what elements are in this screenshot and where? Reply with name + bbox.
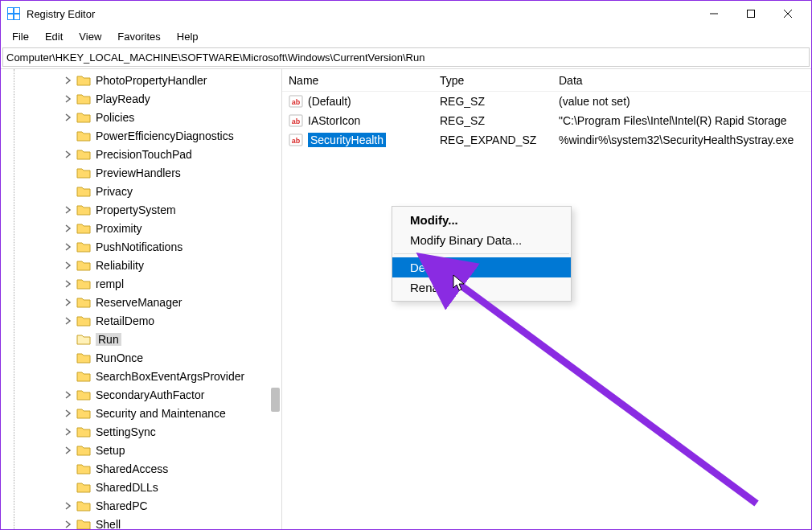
value-name: IAStorIcon xyxy=(308,114,360,127)
folder-icon xyxy=(76,74,91,87)
tree-item-label: Security and Maintenance xyxy=(96,407,226,420)
folder-icon xyxy=(76,518,91,530)
folder-icon xyxy=(76,462,91,475)
tree-item[interactable]: Proximity xyxy=(1,219,281,237)
tree-item[interactable]: RunOnce xyxy=(1,348,281,367)
chevron-right-icon[interactable] xyxy=(64,242,73,252)
titlebar: Registry Editor xyxy=(1,1,811,27)
tree-item[interactable]: PhotoPropertyHandler xyxy=(1,71,281,89)
folder-icon xyxy=(76,333,91,346)
tree-item[interactable]: SettingSync xyxy=(1,422,281,441)
column-data[interactable]: Data xyxy=(552,74,811,87)
menu-edit[interactable]: Edit xyxy=(37,29,71,44)
value-type: REG_SZ xyxy=(433,114,552,127)
menu-favorites[interactable]: Favorites xyxy=(109,29,168,44)
chevron-right-icon[interactable] xyxy=(64,520,73,529)
folder-icon xyxy=(76,481,91,494)
tree-item-label: PhotoPropertyHandler xyxy=(96,74,207,87)
chevron-right-icon[interactable] xyxy=(64,150,73,159)
folder-icon xyxy=(76,240,91,253)
chevron-right-icon[interactable] xyxy=(64,224,73,233)
tree-item[interactable]: rempl xyxy=(1,274,281,293)
tree-item[interactable]: Run xyxy=(1,330,281,348)
tree-item[interactable]: PrecisionTouchPad xyxy=(1,145,281,163)
tree-item-label: Shell xyxy=(96,518,121,530)
tree-item[interactable]: Privacy xyxy=(1,182,281,200)
menu-view[interactable]: View xyxy=(71,29,109,44)
app-icon xyxy=(7,7,20,20)
folder-icon xyxy=(76,370,91,383)
tree-scrollbar-thumb[interactable] xyxy=(271,388,280,412)
tree-item[interactable]: PlayReady xyxy=(1,89,281,108)
chevron-right-icon[interactable] xyxy=(64,205,73,215)
tree-item[interactable]: PreviewHandlers xyxy=(1,163,281,182)
folder-icon xyxy=(76,148,91,161)
ctx-modify-binary[interactable]: Modify Binary Data... xyxy=(392,230,571,250)
string-value-icon: ab xyxy=(289,113,303,128)
tree-item[interactable]: PropertySystem xyxy=(1,200,281,219)
address-bar[interactable]: Computer\HKEY_LOCAL_MACHINE\SOFTWARE\Mic… xyxy=(2,47,810,67)
folder-icon xyxy=(76,111,91,124)
column-name[interactable]: Name xyxy=(282,74,433,87)
value-data: "C:\Program Files\Intel\Intel(R) Rapid S… xyxy=(552,114,811,127)
tree-item[interactable]: Shell xyxy=(1,515,281,529)
tree-item[interactable]: SearchBoxEventArgsProvider xyxy=(1,367,281,385)
folder-icon xyxy=(76,296,91,309)
chevron-right-icon[interactable] xyxy=(64,261,73,270)
close-button[interactable] xyxy=(769,2,806,26)
tree-item[interactable]: RetailDemo xyxy=(1,311,281,330)
chevron-right-icon[interactable] xyxy=(64,316,73,326)
svg-rect-3 xyxy=(14,14,19,19)
value-data: (value not set) xyxy=(552,95,811,108)
tree-item[interactable]: PushNotifications xyxy=(1,237,281,256)
value-row[interactable]: ab(Default)REG_SZ(value not set) xyxy=(282,92,811,111)
folder-icon xyxy=(76,129,91,142)
tree-item[interactable]: SecondaryAuthFactor xyxy=(1,385,281,404)
column-type[interactable]: Type xyxy=(433,74,552,87)
tree-item-label: PreviewHandlers xyxy=(96,166,181,179)
tree-item[interactable]: Setup xyxy=(1,441,281,459)
maximize-button[interactable] xyxy=(732,2,769,26)
tree-item-label: SecondaryAuthFactor xyxy=(96,388,204,401)
folder-icon xyxy=(76,203,91,216)
tree-item[interactable]: SharedDLLs xyxy=(1,478,281,496)
tree-item[interactable]: Reliability xyxy=(1,256,281,274)
chevron-right-icon[interactable] xyxy=(64,427,73,437)
tree-pane[interactable]: PhotoPropertyHandlerPlayReadyPoliciesPow… xyxy=(1,69,282,529)
chevron-right-icon[interactable] xyxy=(64,501,73,511)
tree-item-label: PrecisionTouchPad xyxy=(96,148,192,161)
chevron-right-icon[interactable] xyxy=(64,390,73,400)
menu-help[interactable]: Help xyxy=(169,29,207,44)
tree-item-label: PlayReady xyxy=(96,92,150,105)
tree-item-label: PowerEfficiencyDiagnostics xyxy=(96,129,234,142)
tree-item-label: Privacy xyxy=(96,185,133,198)
tree-item[interactable]: SharedAccess xyxy=(1,459,281,478)
ctx-delete[interactable]: Delete xyxy=(392,257,571,277)
window-title: Registry Editor xyxy=(27,8,695,20)
folder-icon xyxy=(76,425,91,438)
ctx-separator xyxy=(394,253,569,254)
chevron-right-icon[interactable] xyxy=(64,298,73,307)
value-row[interactable]: abSecurityHealthREG_EXPAND_SZ%windir%\sy… xyxy=(282,130,811,150)
chevron-right-icon[interactable] xyxy=(64,113,73,122)
tree-item[interactable]: Policies xyxy=(1,108,281,126)
value-name: (Default) xyxy=(308,95,351,108)
tree-item[interactable]: SharedPC xyxy=(1,496,281,515)
value-row[interactable]: abIAStorIconREG_SZ"C:\Program Files\Inte… xyxy=(282,111,811,130)
chevron-right-icon[interactable] xyxy=(64,409,73,418)
svg-text:ab: ab xyxy=(292,98,301,106)
tree-item[interactable]: PowerEfficiencyDiagnostics xyxy=(1,126,281,145)
tree-item[interactable]: Security and Maintenance xyxy=(1,404,281,422)
tree: PhotoPropertyHandlerPlayReadyPoliciesPow… xyxy=(1,69,281,529)
menu-file[interactable]: File xyxy=(4,29,37,44)
minimize-button[interactable] xyxy=(695,2,732,26)
ctx-rename[interactable]: Rename xyxy=(392,277,571,298)
chevron-right-icon[interactable] xyxy=(64,76,73,85)
tree-item[interactable]: ReserveManager xyxy=(1,293,281,311)
chevron-right-icon[interactable] xyxy=(64,446,73,455)
ctx-modify[interactable]: Modify... xyxy=(392,210,571,230)
chevron-right-icon[interactable] xyxy=(64,94,73,104)
tree-item-label: SharedDLLs xyxy=(96,481,158,494)
tree-item-label: SharedPC xyxy=(96,499,148,512)
chevron-right-icon[interactable] xyxy=(64,279,73,289)
